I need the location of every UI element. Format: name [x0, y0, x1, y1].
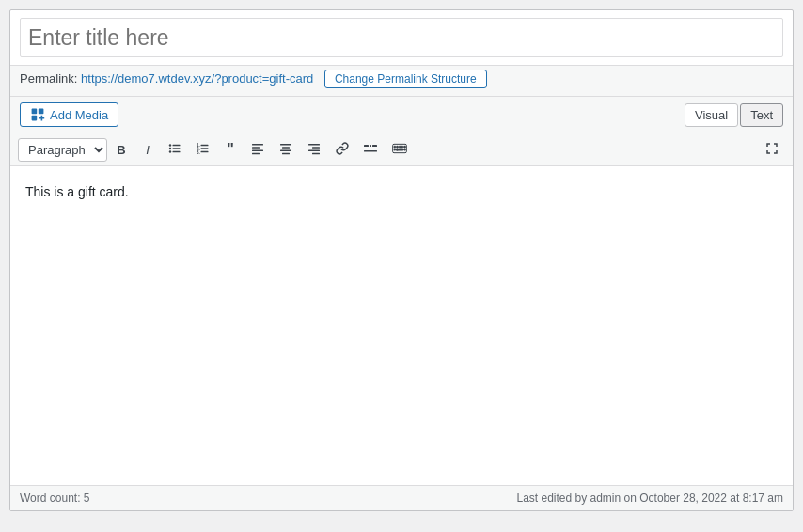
toolbar-left: Add Media	[20, 102, 118, 127]
svg-rect-4	[173, 144, 181, 145]
align-right-icon	[307, 142, 321, 155]
bold-button[interactable]: B	[109, 139, 134, 161]
svg-rect-35	[402, 146, 403, 148]
word-count-value: 5	[84, 492, 90, 505]
add-media-label: Add Media	[50, 108, 108, 122]
svg-rect-18	[252, 152, 260, 154]
hr-icon	[364, 142, 377, 155]
svg-rect-19	[280, 144, 291, 146]
tab-text[interactable]: Text	[740, 103, 783, 127]
last-edited-label: Last edited by admin on October 28, 2022…	[516, 492, 783, 505]
editor-container: Gift Card Permalink: https://demo7.wtdev…	[9, 9, 794, 511]
svg-rect-14	[201, 150, 209, 151]
svg-point-3	[169, 144, 171, 146]
add-media-icon	[30, 107, 45, 122]
ul-button[interactable]	[162, 138, 188, 162]
svg-rect-23	[308, 144, 320, 146]
svg-rect-10	[201, 144, 209, 145]
keyboard-icon	[392, 143, 407, 154]
svg-rect-20	[282, 147, 290, 149]
align-right-button[interactable]	[301, 138, 327, 162]
svg-rect-2	[32, 116, 38, 121]
svg-rect-8	[173, 150, 181, 151]
add-media-button[interactable]: Add Media	[20, 102, 118, 127]
svg-rect-25	[308, 149, 320, 151]
permalink-label: Permalink:	[20, 71, 77, 86]
svg-rect-34	[399, 146, 401, 148]
svg-rect-39	[396, 149, 403, 150]
align-left-icon	[251, 142, 264, 155]
svg-point-7	[169, 150, 171, 152]
hr-button[interactable]	[357, 138, 384, 162]
title-section: Gift Card	[10, 10, 793, 65]
view-tabs: Visual Text	[685, 103, 783, 127]
tab-visual[interactable]: Visual	[685, 103, 738, 127]
svg-rect-36	[404, 146, 406, 148]
svg-rect-40	[404, 149, 406, 150]
editor-text: This is a gift card.	[25, 181, 778, 202]
svg-rect-17	[252, 149, 263, 151]
svg-point-5	[169, 147, 171, 149]
link-button[interactable]	[329, 138, 355, 162]
expand-icon	[765, 142, 779, 155]
change-permalink-button[interactable]: Change Permalink Structure	[324, 70, 487, 88]
svg-rect-0	[32, 109, 38, 115]
link-icon	[336, 142, 349, 155]
italic-button[interactable]: I	[135, 139, 160, 161]
svg-text:3.: 3.	[197, 150, 200, 155]
align-center-icon	[279, 142, 292, 155]
svg-rect-15	[252, 144, 263, 146]
editor-footer: Word count: 5 Last edited by admin on Oc…	[10, 485, 793, 510]
svg-rect-32	[394, 146, 396, 148]
align-center-button[interactable]	[273, 138, 299, 162]
svg-rect-1	[39, 109, 44, 115]
svg-rect-26	[312, 152, 320, 154]
svg-rect-29	[364, 150, 377, 152]
svg-rect-22	[282, 152, 290, 154]
svg-rect-21	[280, 149, 291, 151]
editor-content-area[interactable]: This is a gift card.	[10, 165, 793, 485]
svg-rect-6	[173, 148, 181, 149]
svg-rect-28	[370, 145, 371, 147]
svg-rect-30	[372, 145, 377, 147]
blockquote-button[interactable]: "	[218, 137, 243, 162]
word-count: Word count: 5	[20, 492, 90, 505]
ol-button[interactable]: 1. 2. 3.	[190, 138, 216, 162]
svg-rect-27	[364, 145, 369, 147]
post-title-input[interactable]: Gift Card	[20, 18, 783, 57]
ul-icon	[168, 142, 181, 155]
svg-rect-12	[201, 148, 209, 149]
expand-button[interactable]	[759, 138, 785, 162]
permalink-row: Permalink: https://demo7.wtdev.xyz/?prod…	[10, 65, 793, 96]
ol-icon: 1. 2. 3.	[197, 142, 210, 155]
media-toolbar-row: Add Media Visual Text	[10, 96, 793, 133]
svg-rect-37	[394, 149, 396, 150]
paragraph-select[interactable]: Paragraph	[18, 138, 107, 162]
svg-rect-24	[312, 147, 320, 149]
svg-rect-16	[252, 147, 260, 149]
word-count-label: Word count:	[20, 492, 80, 505]
format-bar: Paragraph B I 1. 2. 3. "	[10, 133, 793, 165]
svg-rect-33	[397, 146, 399, 148]
align-left-button[interactable]	[244, 138, 271, 162]
keyboard-button[interactable]	[386, 139, 414, 161]
permalink-url[interactable]: https://demo7.wtdev.xyz/?product=gift-ca…	[81, 71, 313, 86]
